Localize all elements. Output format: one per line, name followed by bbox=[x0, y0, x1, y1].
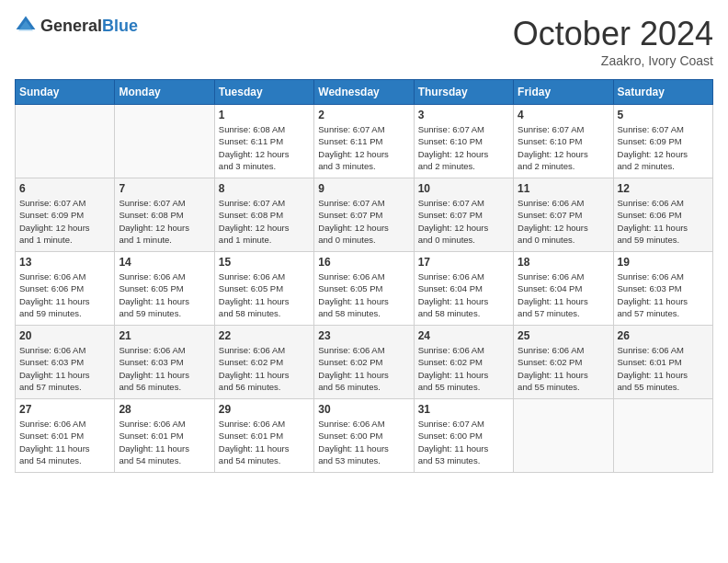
cell-info: Sunrise: 6:06 AM Sunset: 6:01 PM Dayligh… bbox=[618, 344, 709, 393]
title-section: October 2024 Zaakro, Ivory Coast bbox=[513, 15, 713, 68]
calendar-cell: 29Sunrise: 6:06 AM Sunset: 6:01 PM Dayli… bbox=[214, 399, 313, 473]
header-row: SundayMondayTuesdayWednesdayThursdayFrid… bbox=[16, 80, 713, 105]
cell-info: Sunrise: 6:06 AM Sunset: 6:05 PM Dayligh… bbox=[318, 270, 409, 319]
day-header-friday: Friday bbox=[514, 80, 613, 105]
cell-info: Sunrise: 6:06 AM Sunset: 6:04 PM Dayligh… bbox=[518, 270, 609, 319]
calendar-cell bbox=[16, 105, 115, 178]
cell-info: Sunrise: 6:06 AM Sunset: 6:01 PM Dayligh… bbox=[119, 418, 210, 466]
day-number: 31 bbox=[418, 403, 509, 416]
day-number: 21 bbox=[119, 329, 210, 342]
calendar-cell: 19Sunrise: 6:06 AM Sunset: 6:03 PM Dayli… bbox=[613, 252, 712, 326]
day-number: 22 bbox=[219, 329, 310, 342]
cell-info: Sunrise: 6:06 AM Sunset: 6:06 PM Dayligh… bbox=[618, 197, 709, 246]
cell-info: Sunrise: 6:07 AM Sunset: 6:11 PM Dayligh… bbox=[318, 123, 409, 172]
day-number: 29 bbox=[219, 403, 310, 416]
cell-info: Sunrise: 6:06 AM Sunset: 6:07 PM Dayligh… bbox=[518, 197, 609, 246]
calendar-cell bbox=[613, 399, 712, 473]
calendar-cell: 3Sunrise: 6:07 AM Sunset: 6:10 PM Daylig… bbox=[414, 105, 513, 178]
calendar-cell: 25Sunrise: 6:06 AM Sunset: 6:02 PM Dayli… bbox=[514, 326, 613, 399]
calendar-header: SundayMondayTuesdayWednesdayThursdayFrid… bbox=[16, 80, 713, 105]
cell-info: Sunrise: 6:07 AM Sunset: 6:10 PM Dayligh… bbox=[418, 123, 509, 172]
calendar-cell: 10Sunrise: 6:07 AM Sunset: 6:07 PM Dayli… bbox=[414, 178, 513, 252]
day-number: 14 bbox=[119, 256, 210, 269]
day-number: 12 bbox=[618, 182, 709, 195]
week-row-5: 27Sunrise: 6:06 AM Sunset: 6:01 PM Dayli… bbox=[16, 399, 713, 473]
month-title: October 2024 bbox=[513, 15, 713, 53]
day-number: 4 bbox=[518, 109, 609, 121]
calendar-cell bbox=[514, 399, 613, 473]
calendar-cell: 20Sunrise: 6:06 AM Sunset: 6:03 PM Dayli… bbox=[16, 326, 115, 399]
cell-info: Sunrise: 6:06 AM Sunset: 6:03 PM Dayligh… bbox=[119, 344, 210, 393]
cell-info: Sunrise: 6:06 AM Sunset: 6:06 PM Dayligh… bbox=[19, 270, 110, 319]
day-number: 8 bbox=[219, 182, 310, 195]
cell-info: Sunrise: 6:08 AM Sunset: 6:11 PM Dayligh… bbox=[219, 123, 310, 172]
calendar-cell: 2Sunrise: 6:07 AM Sunset: 6:11 PM Daylig… bbox=[314, 105, 414, 178]
cell-info: Sunrise: 6:06 AM Sunset: 6:05 PM Dayligh… bbox=[119, 270, 210, 319]
calendar-cell: 6Sunrise: 6:07 AM Sunset: 6:09 PM Daylig… bbox=[16, 178, 115, 252]
cell-info: Sunrise: 6:06 AM Sunset: 6:03 PM Dayligh… bbox=[19, 344, 110, 393]
week-row-1: 1Sunrise: 6:08 AM Sunset: 6:11 PM Daylig… bbox=[16, 105, 713, 178]
logo-general: General bbox=[40, 17, 102, 35]
page-header: GeneralBlue October 2024 Zaakro, Ivory C… bbox=[15, 15, 713, 68]
day-number: 26 bbox=[618, 329, 709, 342]
calendar-body: 1Sunrise: 6:08 AM Sunset: 6:11 PM Daylig… bbox=[16, 105, 713, 473]
day-number: 3 bbox=[418, 109, 509, 121]
day-number: 2 bbox=[318, 109, 409, 121]
week-row-4: 20Sunrise: 6:06 AM Sunset: 6:03 PM Dayli… bbox=[16, 326, 713, 399]
calendar-cell: 17Sunrise: 6:06 AM Sunset: 6:04 PM Dayli… bbox=[414, 252, 513, 326]
cell-info: Sunrise: 6:06 AM Sunset: 6:02 PM Dayligh… bbox=[518, 344, 609, 393]
day-number: 5 bbox=[618, 109, 709, 121]
day-number: 30 bbox=[318, 403, 409, 416]
calendar-cell: 11Sunrise: 6:06 AM Sunset: 6:07 PM Dayli… bbox=[514, 178, 613, 252]
day-number: 20 bbox=[19, 329, 110, 342]
day-number: 6 bbox=[19, 182, 110, 195]
calendar-cell: 14Sunrise: 6:06 AM Sunset: 6:05 PM Dayli… bbox=[115, 252, 214, 326]
cell-info: Sunrise: 6:07 AM Sunset: 6:09 PM Dayligh… bbox=[618, 123, 709, 172]
day-number: 10 bbox=[418, 182, 509, 195]
calendar-cell: 4Sunrise: 6:07 AM Sunset: 6:10 PM Daylig… bbox=[514, 105, 613, 178]
calendar-cell: 1Sunrise: 6:08 AM Sunset: 6:11 PM Daylig… bbox=[214, 105, 313, 178]
cell-info: Sunrise: 6:06 AM Sunset: 6:01 PM Dayligh… bbox=[219, 418, 310, 466]
day-header-thursday: Thursday bbox=[414, 80, 513, 105]
day-header-sunday: Sunday bbox=[16, 80, 115, 105]
day-number: 28 bbox=[119, 403, 210, 416]
calendar-cell: 28Sunrise: 6:06 AM Sunset: 6:01 PM Dayli… bbox=[115, 399, 214, 473]
day-header-tuesday: Tuesday bbox=[214, 80, 313, 105]
calendar-cell: 26Sunrise: 6:06 AM Sunset: 6:01 PM Dayli… bbox=[613, 326, 712, 399]
cell-info: Sunrise: 6:06 AM Sunset: 6:02 PM Dayligh… bbox=[418, 344, 509, 393]
cell-info: Sunrise: 6:07 AM Sunset: 6:07 PM Dayligh… bbox=[418, 197, 509, 246]
day-number: 13 bbox=[19, 256, 110, 269]
day-number: 24 bbox=[418, 329, 509, 342]
week-row-2: 6Sunrise: 6:07 AM Sunset: 6:09 PM Daylig… bbox=[16, 178, 713, 252]
day-header-monday: Monday bbox=[115, 80, 214, 105]
day-number: 19 bbox=[618, 256, 709, 269]
calendar-cell: 16Sunrise: 6:06 AM Sunset: 6:05 PM Dayli… bbox=[314, 252, 414, 326]
calendar-cell: 21Sunrise: 6:06 AM Sunset: 6:03 PM Dayli… bbox=[115, 326, 214, 399]
day-header-wednesday: Wednesday bbox=[314, 80, 414, 105]
calendar-cell: 27Sunrise: 6:06 AM Sunset: 6:01 PM Dayli… bbox=[16, 399, 115, 473]
day-number: 9 bbox=[318, 182, 409, 195]
calendar-cell: 23Sunrise: 6:06 AM Sunset: 6:02 PM Dayli… bbox=[314, 326, 414, 399]
cell-info: Sunrise: 6:06 AM Sunset: 6:04 PM Dayligh… bbox=[418, 270, 509, 319]
cell-info: Sunrise: 6:06 AM Sunset: 6:00 PM Dayligh… bbox=[318, 418, 409, 466]
day-number: 11 bbox=[518, 182, 609, 195]
logo-text: GeneralBlue bbox=[40, 17, 138, 36]
logo-blue: Blue bbox=[102, 17, 138, 35]
calendar-cell: 24Sunrise: 6:06 AM Sunset: 6:02 PM Dayli… bbox=[414, 326, 513, 399]
logo: GeneralBlue bbox=[15, 15, 138, 37]
calendar-cell: 5Sunrise: 6:07 AM Sunset: 6:09 PM Daylig… bbox=[613, 105, 712, 178]
cell-info: Sunrise: 6:06 AM Sunset: 6:01 PM Dayligh… bbox=[19, 418, 110, 466]
calendar-cell: 7Sunrise: 6:07 AM Sunset: 6:08 PM Daylig… bbox=[115, 178, 214, 252]
day-number: 18 bbox=[518, 256, 609, 269]
calendar-cell: 22Sunrise: 6:06 AM Sunset: 6:02 PM Dayli… bbox=[214, 326, 313, 399]
calendar-cell: 30Sunrise: 6:06 AM Sunset: 6:00 PM Dayli… bbox=[314, 399, 414, 473]
day-number: 23 bbox=[318, 329, 409, 342]
day-number: 27 bbox=[19, 403, 110, 416]
calendar-cell: 12Sunrise: 6:06 AM Sunset: 6:06 PM Dayli… bbox=[613, 178, 712, 252]
week-row-3: 13Sunrise: 6:06 AM Sunset: 6:06 PM Dayli… bbox=[16, 252, 713, 326]
calendar-cell: 8Sunrise: 6:07 AM Sunset: 6:08 PM Daylig… bbox=[214, 178, 313, 252]
cell-info: Sunrise: 6:07 AM Sunset: 6:09 PM Dayligh… bbox=[19, 197, 110, 246]
cell-info: Sunrise: 6:07 AM Sunset: 6:08 PM Dayligh… bbox=[119, 197, 210, 246]
subtitle: Zaakro, Ivory Coast bbox=[513, 53, 713, 68]
cell-info: Sunrise: 6:07 AM Sunset: 6:10 PM Dayligh… bbox=[518, 123, 609, 172]
